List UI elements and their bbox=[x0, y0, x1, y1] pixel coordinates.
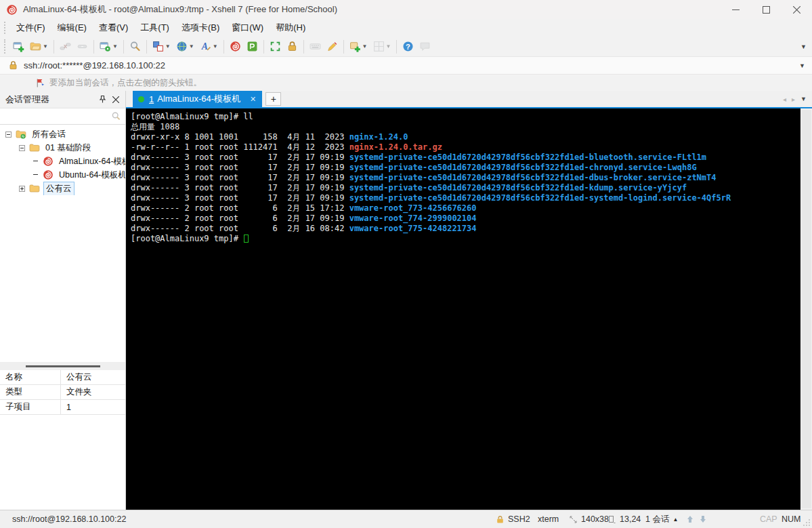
toolbar-session-properties-button[interactable]: ▼ bbox=[98, 39, 120, 55]
scrollbar-thumb[interactable] bbox=[801, 110, 811, 508]
properties-table: 名称公有云类型文件夹子项目1 bbox=[0, 370, 125, 415]
session-search-input[interactable] bbox=[3, 110, 109, 123]
tree-expander-minus-icon[interactable] bbox=[5, 131, 12, 138]
tree-expander-plus-icon[interactable] bbox=[19, 186, 25, 192]
property-key: 类型 bbox=[0, 385, 61, 399]
property-key: 子项目 bbox=[0, 400, 61, 414]
toolbar-separator bbox=[54, 40, 54, 54]
session-search bbox=[0, 108, 125, 125]
tab-scroll-right-icon[interactable]: ▸ bbox=[792, 96, 795, 103]
terminal-text: drwx------ 3 root root 17 2月 17 09:19 bbox=[131, 163, 349, 172]
menu-item-view[interactable]: 查看(V) bbox=[93, 20, 134, 36]
xshell-logo-icon bbox=[6, 4, 18, 16]
new-tab-button[interactable]: + bbox=[265, 92, 281, 106]
toolbar-highlighter-button[interactable] bbox=[324, 39, 340, 55]
tab-close-icon[interactable]: ✕ bbox=[250, 95, 256, 104]
pin-icon[interactable] bbox=[95, 93, 109, 106]
minimize-button[interactable] bbox=[721, 0, 751, 19]
terminal-text: 总用量 1088 bbox=[131, 122, 179, 131]
chat-icon bbox=[419, 41, 431, 52]
tab-list-caret[interactable]: ▼ bbox=[800, 96, 807, 102]
status-session-count[interactable]: 1 会话 ▲ bbox=[645, 510, 678, 528]
maximize-button[interactable] bbox=[751, 0, 782, 19]
terminal-line: drwxr-xr-x 8 1001 1001 158 4月 11 2023 ng… bbox=[131, 132, 800, 142]
toolbar-layout-button[interactable]: ▼ bbox=[150, 39, 173, 55]
xftp-icon bbox=[247, 41, 258, 52]
tree-expander-minus-icon[interactable] bbox=[19, 145, 25, 151]
sidebar-splitter[interactable] bbox=[0, 362, 125, 370]
tree-item-all-sessions[interactable]: 所有会话 bbox=[0, 127, 125, 141]
open-folder-icon bbox=[30, 41, 41, 52]
toolbar-open-folder-button[interactable]: ▼ bbox=[28, 39, 50, 55]
menu-grip[interactable] bbox=[4, 22, 7, 34]
reconnect-icon bbox=[77, 41, 88, 52]
tab-number: 1 bbox=[149, 94, 154, 104]
address-url[interactable]: ssh://root:******@192.168.10.100:22 bbox=[24, 60, 165, 70]
terminal-text: systemd-private-ce50d1d6720d42978df56cbf… bbox=[349, 183, 687, 192]
address-bar[interactable]: ssh://root:******@192.168.10.100:22 ▼ bbox=[0, 57, 812, 75]
toolbar-overflow-caret[interactable]: ▼ bbox=[800, 43, 807, 50]
terminal-scrollbar[interactable] bbox=[800, 108, 812, 510]
tab-label: AlmaLinux-64-模板机 bbox=[157, 93, 240, 105]
toolbar-xshell-button[interactable] bbox=[228, 39, 243, 55]
splitter-handle[interactable] bbox=[26, 365, 100, 367]
toolbar-new-window-button[interactable]: ▼ bbox=[347, 39, 370, 55]
property-key: 名称 bbox=[0, 370, 61, 384]
terminal-text: drwx------ 3 root root 17 2月 17 09:19 bbox=[131, 153, 349, 162]
toolbar-help-button[interactable]: ? bbox=[400, 39, 416, 55]
caret-down-icon[interactable]: ▼ bbox=[189, 43, 194, 49]
tree-item-public-cloud[interactable]: 公有云 bbox=[0, 182, 125, 195]
panel-close-icon[interactable] bbox=[109, 93, 123, 106]
menu-item-window[interactable]: 窗口(W) bbox=[226, 20, 270, 36]
new-window-icon bbox=[349, 41, 361, 52]
caret-down-icon[interactable]: ▼ bbox=[386, 43, 391, 49]
session-list-caret-icon[interactable]: ▲ bbox=[672, 516, 678, 523]
terminal-line: drwx------ 3 root root 17 2月 17 09:19 sy… bbox=[131, 153, 800, 163]
caret-down-icon[interactable]: ▼ bbox=[43, 43, 48, 49]
close-button[interactable] bbox=[782, 0, 812, 19]
toolbar-grip[interactable] bbox=[4, 39, 7, 53]
tree-item-almalinux[interactable]: AlmaLinux-64-模板机 bbox=[0, 155, 125, 168]
terminal-pane: 1 AlmaLinux-64-模板机 ✕ + ◂ ▸ ▼ [root@AlmaL… bbox=[126, 91, 812, 510]
arrow-down-icon[interactable] bbox=[698, 514, 708, 524]
terminal-text: -rw-r--r-- 1 root root 1112471 4月 12 202… bbox=[131, 142, 349, 152]
caret-down-icon[interactable]: ▼ bbox=[362, 43, 368, 49]
lock-icon bbox=[8, 60, 18, 70]
toolbar-xftp-button[interactable] bbox=[244, 39, 260, 55]
resize-grip[interactable] bbox=[802, 518, 811, 527]
toolbar-find-button[interactable] bbox=[127, 39, 143, 55]
toolbar-lock-button[interactable] bbox=[284, 39, 300, 55]
svg-text:?: ? bbox=[406, 43, 411, 51]
address-dropdown-caret[interactable]: ▼ bbox=[799, 62, 805, 69]
caret-down-icon[interactable]: ▼ bbox=[112, 43, 118, 49]
toolbar-font-button[interactable]: A▼ bbox=[198, 39, 220, 55]
tab-scroll-left-icon[interactable]: ◂ bbox=[783, 96, 786, 103]
info-message: 要添加当前会话，点击左侧的箭头按钮。 bbox=[49, 77, 202, 89]
caps-lock-indicator: CAP bbox=[760, 510, 777, 528]
toolbar-fullscreen-button[interactable] bbox=[268, 39, 283, 55]
menu-item-file[interactable]: 文件(F) bbox=[10, 20, 51, 36]
terminal-text: vmware-root_773-4256676260 bbox=[349, 203, 477, 213]
arrow-up-icon[interactable] bbox=[685, 514, 695, 524]
menu-item-help[interactable]: 帮助(H) bbox=[270, 20, 312, 36]
terminal[interactable]: [root@AlmaLinux9 tmp]# ll总用量 1088drwxr-x… bbox=[126, 108, 800, 510]
tree-item-ubuntu[interactable]: Ubuntu-64-模板机 bbox=[0, 168, 125, 182]
help-icon: ? bbox=[402, 41, 414, 52]
size-label: 140x38 bbox=[581, 514, 609, 524]
tree-spacer bbox=[33, 172, 39, 178]
menu-item-tab[interactable]: 选项卡(B) bbox=[175, 20, 226, 36]
tab-almalinux[interactable]: 1 AlmaLinux-64-模板机 ✕ bbox=[133, 91, 262, 107]
toolbar-new-session-button[interactable] bbox=[11, 39, 26, 55]
toolbar-globe-button[interactable]: ▼ bbox=[174, 39, 196, 55]
title-bar[interactable]: AlmaLinux-64-模板机 - root@AlmaLinux9:/tmp … bbox=[0, 0, 812, 19]
menu-item-edit[interactable]: 编辑(E) bbox=[51, 20, 93, 36]
terminal-text: systemd-private-ce50d1d6720d42978df56cbf… bbox=[349, 173, 717, 182]
terminal-output: [root@AlmaLinux9 tmp]# ll总用量 1088drwxr-x… bbox=[126, 108, 800, 244]
caret-down-icon[interactable]: ▼ bbox=[165, 43, 171, 49]
tree-item-stage-01[interactable]: 01 基础阶段 bbox=[0, 141, 125, 155]
window-title: AlmaLinux-64-模板机 - root@AlmaLinux9:/tmp … bbox=[23, 3, 337, 16]
session-properties-icon bbox=[100, 41, 111, 52]
caret-down-icon[interactable]: ▼ bbox=[213, 43, 218, 49]
menu-item-tools[interactable]: 工具(T) bbox=[134, 20, 175, 36]
toolbar-separator bbox=[123, 40, 124, 54]
